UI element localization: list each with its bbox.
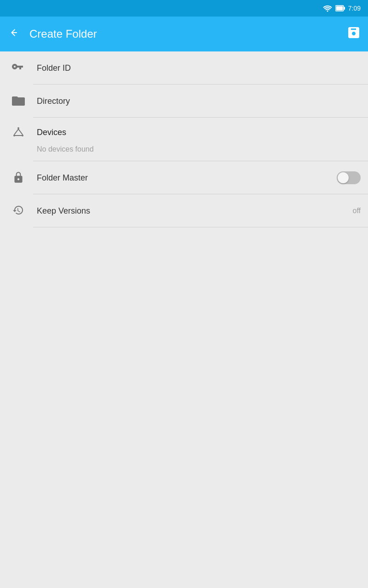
app-bar: Create Folder (0, 17, 368, 51)
keep-versions-right: off (353, 207, 361, 215)
wifi-icon (322, 5, 333, 12)
folder-id-item[interactable]: Folder ID (0, 51, 368, 85)
key-icon (12, 61, 25, 75)
devices-icon-container (7, 125, 29, 139)
directory-text: Directory (29, 96, 361, 106)
status-bar-icons: 7:09 (322, 5, 361, 12)
svg-line-6 (14, 129, 18, 135)
lock-icon-container (7, 171, 29, 185)
keep-versions-label: Keep Versions (37, 206, 90, 215)
svg-line-7 (18, 129, 23, 135)
directory-label: Directory (37, 96, 70, 106)
no-devices-text: No devices found (0, 143, 368, 161)
save-button[interactable] (347, 26, 361, 43)
history-icon-container (7, 204, 29, 218)
devices-icon (12, 125, 25, 139)
lock-icon (12, 171, 25, 185)
svg-rect-1 (344, 7, 345, 10)
key-icon-container (7, 61, 29, 75)
page-title: Create Folder (29, 28, 97, 40)
devices-section: Devices No devices found (0, 118, 368, 161)
content-area: Folder ID Directory (0, 51, 368, 588)
status-time: 7:09 (348, 5, 361, 12)
keep-versions-value: off (353, 207, 361, 215)
devices-label: Devices (37, 128, 66, 137)
devices-text: Devices (29, 128, 361, 137)
folder-master-label: Folder Master (37, 173, 88, 182)
folder-master-toggle[interactable] (337, 171, 361, 184)
back-button[interactable] (7, 26, 20, 42)
folder-master-toggle-container[interactable] (337, 171, 361, 184)
folder-icon (11, 94, 26, 108)
battery-icon (335, 5, 345, 11)
history-icon (12, 204, 25, 218)
keep-versions-text: Keep Versions (29, 206, 353, 216)
directory-item[interactable]: Directory (0, 85, 368, 118)
svg-rect-2 (336, 6, 343, 11)
folder-id-text: Folder ID (29, 63, 361, 73)
app-bar-left: Create Folder (7, 26, 97, 42)
toggle-thumb (338, 172, 349, 183)
folder-id-label: Folder ID (37, 63, 71, 73)
folder-master-item[interactable]: Folder Master (0, 161, 368, 194)
devices-header: Devices (0, 118, 368, 143)
keep-versions-item[interactable]: Keep Versions off (0, 194, 368, 227)
svg-point-3 (17, 127, 19, 129)
status-bar: 7:09 (0, 0, 368, 17)
folder-icon-container (7, 94, 29, 108)
folder-master-text: Folder Master (29, 173, 337, 183)
